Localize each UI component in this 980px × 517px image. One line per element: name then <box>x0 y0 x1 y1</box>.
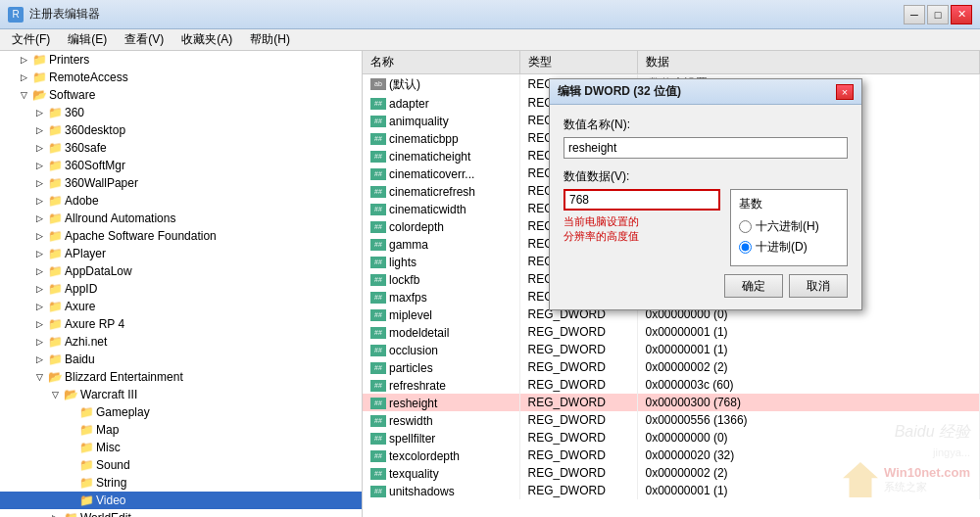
dec-radio-row[interactable]: 十进制(D) <box>739 239 839 256</box>
win10net-text: Win10net.com <box>884 465 970 480</box>
house-icon <box>843 462 878 497</box>
edit-dword-dialog: 编辑 DWORD (32 位值) × 数值名称(N): 数值数据(V): 当前电… <box>549 78 862 310</box>
watermark-text: Win10net.com 系统之家 <box>884 465 970 494</box>
data-value-input[interactable] <box>564 189 720 211</box>
watermark: Baidu 经验 jingya... Win10net.com 系统之家 <box>843 422 970 497</box>
hex-radio[interactable] <box>739 220 752 233</box>
base-label: 基数 <box>739 196 839 212</box>
dialog-overlay: 编辑 DWORD (32 位值) × 数值名称(N): 数值数据(V): 当前电… <box>0 0 980 517</box>
name-field-label: 数值名称(N): <box>564 117 848 133</box>
dialog-close-button[interactable]: × <box>836 84 854 100</box>
dialog-body: 数值名称(N): 数值数据(V): 当前电脑设置的分辨率的高度值 基数 十六进制… <box>550 105 861 309</box>
data-field-label: 数值数据(V): <box>564 168 848 185</box>
cancel-button[interactable]: 取消 <box>789 274 848 298</box>
watermark-baidu: Baidu 经验 <box>895 422 970 443</box>
base-radio-group: 基数 十六进制(H) 十进制(D) <box>730 189 848 266</box>
name-field-input[interactable] <box>564 137 848 159</box>
ok-button[interactable]: 确定 <box>724 274 783 298</box>
watermark-logo: Win10net.com 系统之家 <box>843 462 970 497</box>
dialog-title-bar: 编辑 DWORD (32 位值) × <box>550 79 861 105</box>
dec-radio[interactable] <box>739 241 752 254</box>
dialog-note: 当前电脑设置的分辨率的高度值 <box>564 214 720 245</box>
dialog-title: 编辑 DWORD (32 位值) <box>558 83 681 100</box>
hex-radio-row[interactable]: 十六进制(H) <box>739 218 839 235</box>
xitong-text: 系统之家 <box>884 480 970 494</box>
dec-radio-label: 十进制(D) <box>756 239 808 256</box>
hex-radio-label: 十六进制(H) <box>756 218 819 235</box>
dialog-buttons: 确定 取消 <box>564 274 848 298</box>
watermark-jinya: jingya... <box>933 446 970 458</box>
